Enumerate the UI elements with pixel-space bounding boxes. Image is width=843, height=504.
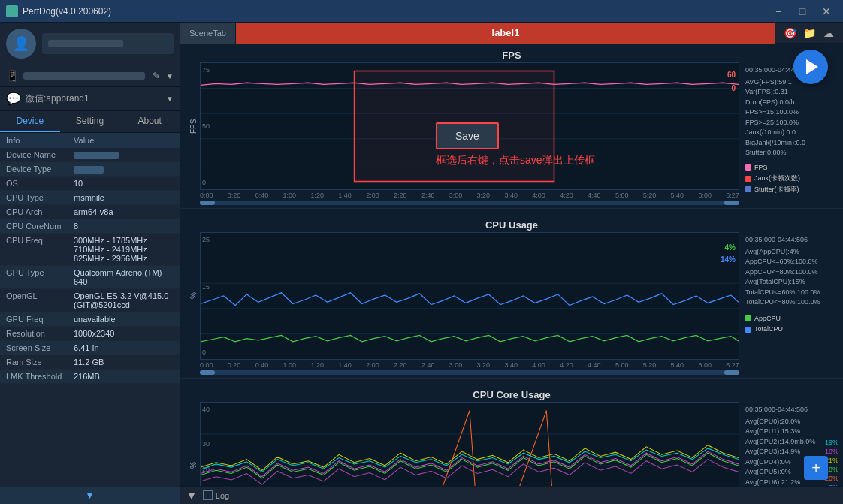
- edit-icon[interactable]: ✎: [153, 71, 160, 81]
- minimize-button[interactable]: −: [768, 4, 789, 19]
- tab-setting[interactable]: Setting: [60, 111, 120, 132]
- cpu-stats: 00:35:000-04:44:506 Avg(AppCPU):4% AppCP…: [739, 232, 837, 360]
- play-icon: [806, 59, 818, 74]
- wechat-row: 💬 微信:appbrand1 ▼: [0, 87, 180, 111]
- fps-y-label: FPS: [186, 62, 200, 190]
- log-label: Log: [216, 491, 229, 500]
- fps-scroll-right[interactable]: [724, 201, 739, 205]
- table-row: GPU Type Qualcomm Adreno (TM) 640: [0, 266, 180, 289]
- cpu-core-chart-area[interactable]: 40 30 20 10 0: [200, 402, 739, 486]
- cpu-core-y-label: %: [186, 402, 200, 486]
- title-bar: PerfDog(v4.0.200602) − □ ✕: [0, 0, 843, 23]
- scroll-down-button[interactable]: ▼: [0, 487, 180, 504]
- save-overlay: Save 框选后右键，点击save弹出上传框: [436, 122, 595, 167]
- chart-divider-1: [180, 208, 843, 209]
- scene-tab-title: label1: [236, 23, 775, 44]
- cpu-usage-chart-title: CPU Usage: [180, 216, 843, 232]
- table-row: CPU Arch arm64-v8a: [0, 205, 180, 219]
- cloud-icon[interactable]: ☁: [820, 25, 837, 41]
- location-icon[interactable]: 🎯: [781, 25, 798, 41]
- log-checkbox[interactable]: Log: [203, 490, 229, 500]
- cpu-x-axis-row: 0:000:200:401:001:20 1:402:002:202:403:0…: [180, 360, 843, 370]
- fps-stats: 00:35:000-04:44:506 AVG(FPS):59.1 Var(FP…: [739, 62, 837, 190]
- table-row: GPU Freq unavailable: [0, 312, 180, 327]
- profile-bar: [48, 40, 123, 47]
- cpu-usage-chart-area[interactable]: 25 15 0 4%: [200, 232, 739, 360]
- info-table: Device Name Device Type OS 10 CPU Type m…: [0, 148, 180, 487]
- content-area: SceneTab label1 🎯 📁 ☁ FPS FPS 75: [180, 23, 843, 504]
- table-row: OpenGL OpenGL ES 3.2 V@415.0 (GIT@5201cc…: [0, 289, 180, 312]
- info-header: Info Value: [0, 133, 180, 148]
- fps-chart-section: FPS FPS 75 50 0: [180, 44, 843, 213]
- sidebar: 👤 📱 ✎ ▼ 💬 微信:appbrand1 ▼ Device Setting …: [0, 23, 180, 504]
- folder-icon[interactable]: 📁: [801, 25, 817, 41]
- table-row: CPU Type msmnile: [0, 191, 180, 205]
- table-row: LMK Threshold 216MB: [0, 370, 180, 384]
- scene-tab-label: SceneTab: [180, 23, 236, 44]
- phone-icon: 📱: [6, 70, 19, 82]
- bottom-bar: ▼ Log: [180, 486, 843, 504]
- device-bar: [23, 72, 145, 80]
- app-title: PerfDog(v4.0.200602): [23, 6, 111, 17]
- table-row: Ram Size 11.2 GB: [0, 355, 180, 370]
- info-col1-header: Info: [6, 136, 74, 145]
- fps-chart-title: FPS: [180, 47, 843, 62]
- table-row: Screen Size 6.41 In: [0, 341, 180, 355]
- chart-divider-2: [180, 378, 843, 379]
- table-row: CPU CoreNum 8: [0, 219, 180, 234]
- save-annotation: 框选后右键，点击save弹出上传框: [436, 154, 595, 167]
- log-checkbox-box[interactable]: [203, 490, 213, 500]
- cpu-core-chart-title: CPU Core Usage: [180, 386, 843, 402]
- scene-tab-icons: 🎯 📁 ☁: [775, 25, 843, 41]
- main-container: 👤 📱 ✎ ▼ 💬 微信:appbrand1 ▼ Device Setting …: [0, 23, 843, 504]
- add-button[interactable]: +: [804, 456, 828, 480]
- cpu-core-chart-body: % 40 30 20 10 0: [180, 402, 843, 486]
- cpu-usage-chart-body: % 25 15 0: [180, 232, 843, 360]
- cpu-x-axis: 0:000:200:401:001:20 1:402:002:202:403:0…: [200, 360, 739, 370]
- cpu-core-chart-section: CPU Core Usage % 40 30 20 10 0: [180, 383, 843, 486]
- fps-scrollbar-row: [180, 201, 843, 205]
- window-controls: − □ ✕: [768, 4, 837, 19]
- info-col2-header: Value: [74, 136, 174, 145]
- table-row: OS 10: [0, 177, 180, 191]
- tab-device[interactable]: Device: [0, 111, 60, 132]
- wechat-dropdown-arrow[interactable]: ▼: [166, 95, 174, 103]
- cpu-scrollbar-row: [180, 370, 843, 375]
- scene-tab-bar: SceneTab label1 🎯 📁 ☁: [180, 23, 843, 44]
- cpu-y-label: %: [186, 232, 200, 360]
- profile-section: 👤: [0, 23, 180, 65]
- fps-scrollbar[interactable]: [200, 201, 739, 205]
- save-button[interactable]: Save: [436, 122, 499, 149]
- table-row: Device Name: [0, 148, 180, 162]
- profile-info: [42, 33, 174, 54]
- cpu-usage-chart-section: CPU Usage % 25 15 0: [180, 213, 843, 383]
- tab-about[interactable]: About: [119, 111, 180, 132]
- down-icon[interactable]: ▼: [186, 490, 197, 502]
- fps-x-axis: 0:000:200:401:001:20 1:402:002:202:403:0…: [200, 190, 739, 201]
- table-row: CPU Freq 300MHz - 1785MHz 710MHz - 2419M…: [0, 234, 180, 266]
- sidebar-tabs: Device Setting About: [0, 111, 180, 133]
- fps-x-axis-row: 0:000:200:401:001:20 1:402:002:202:403:0…: [180, 190, 843, 201]
- title-bar-left: PerfDog(v4.0.200602): [6, 5, 111, 17]
- maximize-button[interactable]: □: [792, 4, 813, 19]
- wechat-label: 微信:appbrand1: [26, 92, 162, 105]
- charts-container: FPS FPS 75 50 0: [180, 44, 843, 486]
- table-row: Device Type: [0, 162, 180, 177]
- cpu-scroll-right[interactable]: [724, 370, 739, 375]
- cpu-scroll-left[interactable]: [200, 370, 215, 375]
- close-button[interactable]: ✕: [816, 4, 837, 19]
- app-icon: [6, 5, 18, 17]
- cpu-scrollbar[interactable]: [200, 370, 739, 375]
- avatar: 👤: [6, 29, 36, 59]
- chevron-down-icon[interactable]: ▼: [166, 72, 174, 80]
- table-row: Resolution 1080x2340: [0, 327, 180, 341]
- wechat-icon: 💬: [6, 92, 21, 106]
- device-row: 📱 ✎ ▼: [0, 65, 180, 87]
- play-button[interactable]: [793, 50, 828, 84]
- fps-scroll-left[interactable]: [200, 201, 215, 205]
